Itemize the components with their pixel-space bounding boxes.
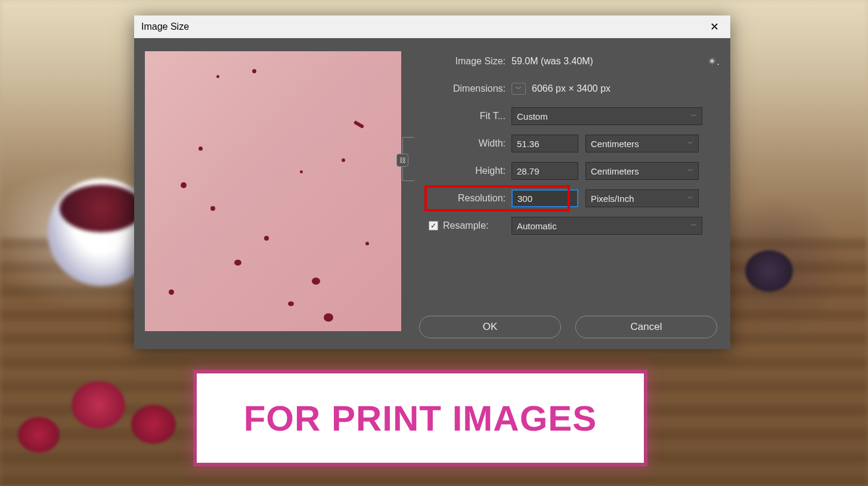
width-label: Width: [419, 138, 512, 149]
height-unit-value: Centimeters [591, 166, 639, 176]
image-size-value: 59.0M (was 3.40M) [512, 56, 593, 67]
dimensions-dropdown-icon[interactable]: ﹀ [512, 83, 526, 95]
width-unit-value: Centimeters [591, 139, 639, 149]
resample-checkbox[interactable]: ✓ [429, 221, 438, 230]
resample-label: Resample: [443, 220, 488, 231]
resolution-input[interactable] [512, 189, 578, 207]
dialog-titlebar[interactable]: Image Size ✕ [134, 15, 730, 38]
resample-select[interactable]: Automatic ﹀ [512, 217, 702, 235]
width-input[interactable] [512, 135, 578, 152]
dimensions-value: 6066 px × 3400 px [532, 83, 610, 94]
chevron-down-icon: ﹀ [691, 112, 697, 120]
width-unit-select[interactable]: Centimeters ﹀ [585, 135, 699, 152]
height-input[interactable] [512, 162, 578, 180]
resolution-unit-select[interactable]: Pixels/Inch ﹀ [585, 189, 699, 207]
resolution-unit-value: Pixels/Inch [591, 194, 634, 204]
dialog-title: Image Size [141, 21, 705, 32]
image-size-label: Image Size: [419, 56, 512, 67]
height-label: Height: [419, 166, 512, 176]
image-size-dialog: Image Size ✕ ✴. Image Size: 59.0M (was 3… [134, 15, 730, 349]
resolution-label: Resolution: [419, 193, 512, 204]
controls-panel: ✴. Image Size: 59.0M (was 3.40M) Dimensi… [419, 51, 720, 338]
ok-button[interactable]: OK [419, 316, 561, 338]
fit-to-label: Fit T... [419, 111, 512, 122]
background-berry [18, 417, 60, 453]
constrain-proportions-icon[interactable]: ⛓ [396, 154, 408, 167]
gear-icon[interactable]: ✴. [708, 55, 720, 68]
background-berry [131, 405, 176, 444]
cancel-button[interactable]: Cancel [575, 316, 717, 338]
chevron-down-icon: ﹀ [687, 139, 693, 148]
annotation-caption: FOR PRINT IMAGES [197, 373, 644, 463]
height-unit-select[interactable]: Centimeters ﹀ [585, 162, 699, 180]
chevron-down-icon: ﹀ [691, 222, 697, 230]
fit-to-value: Custom [517, 111, 548, 122]
resample-value: Automatic [517, 221, 557, 231]
background-berry [72, 381, 125, 429]
chevron-down-icon: ﹀ [687, 167, 693, 175]
dimensions-label: Dimensions: [419, 83, 512, 94]
close-icon[interactable]: ✕ [705, 20, 723, 33]
image-preview[interactable] [145, 51, 401, 331]
chevron-down-icon: ﹀ [687, 194, 693, 202]
fit-to-select[interactable]: Custom ﹀ [512, 107, 702, 125]
background-berry [745, 250, 793, 292]
